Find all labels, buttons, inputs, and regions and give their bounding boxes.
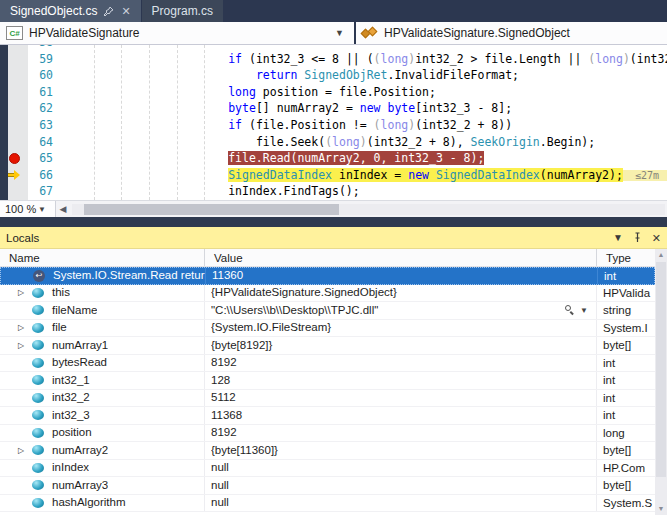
locals-row[interactable]: int32_3 11368 int <box>0 407 655 425</box>
glyph-margin-cell[interactable] <box>0 67 28 84</box>
locals-row[interactable]: ▷ file {System.IO.FileStream} System.I <box>0 320 655 338</box>
locals-row[interactable]: numArray3 null byte[] <box>0 477 655 495</box>
code-text[interactable]: byte[] numArray2 = new byte[int32_3 - 8]… <box>62 100 667 117</box>
locals-value-cell[interactable]: 11360 <box>206 268 598 284</box>
locals-row[interactable]: hashAlgorithm null System.S <box>0 495 655 513</box>
locals-value-cell[interactable]: {byte[8192]} <box>205 337 597 354</box>
locals-name-cell[interactable]: bytesRead <box>0 355 205 372</box>
locals-row[interactable]: ▷ numArray1 {byte[8192]} byte[] <box>0 337 655 355</box>
code-text[interactable]: if (int32_3 <= 8 || ((long)int32_2 > fil… <box>62 51 667 68</box>
locals-value-cell[interactable]: {System.IO.FileStream} <box>205 320 597 337</box>
window-menu-icon[interactable]: ▼ <box>613 233 623 243</box>
visualizer-dropdown-icon[interactable]: ▼ <box>580 302 592 319</box>
locals-row[interactable]: int32_1 128 int <box>0 372 655 390</box>
locals-value-cell[interactable]: null <box>205 495 597 512</box>
locals-row[interactable]: ▷ this {HPValidateSignature.SignedObject… <box>0 285 655 303</box>
code-text[interactable]: if (file.Position != (long)(int32_2 + 8)… <box>62 117 667 134</box>
locals-value-cell[interactable]: 8192 <box>205 425 597 442</box>
scroll-up-arrow-icon[interactable]: ▲ <box>655 249 667 261</box>
locals-value-cell[interactable]: {byte[11360]} <box>205 442 597 459</box>
locals-name-cell[interactable]: ▷ numArray1 <box>0 337 205 354</box>
locals-value-cell[interactable]: 8192 <box>205 355 597 372</box>
code-line[interactable]: 64 file.Seek((long)(int32_2 + 8), SeekOr… <box>0 134 667 151</box>
locals-value-cell[interactable]: null <box>205 477 597 494</box>
locals-name-cell[interactable]: fileName <box>0 302 205 319</box>
locals-name-cell[interactable]: ▷ this <box>0 285 205 302</box>
code-line[interactable]: 61 long position = file.Position; <box>0 84 667 101</box>
code-line[interactable]: 59 if (int32_3 <= 8 || ((long)int32_2 > … <box>0 51 667 68</box>
locals-row[interactable]: ▷ numArray2 {byte[11360]} byte[] <box>0 442 655 460</box>
chevron-down-icon[interactable]: ▼ <box>335 28 348 38</box>
code-text[interactable]: return SignedObjRet.InvalidFileFormat; <box>62 67 667 84</box>
column-header-value[interactable]: Value <box>205 249 597 266</box>
locals-value-cell[interactable]: "C:\\Users\\b\\Desktop\\TPJC.dll" ▼ <box>205 302 597 319</box>
code-line[interactable]: 62 byte[] numArray2 = new byte[int32_3 -… <box>0 100 667 117</box>
glyph-margin-cell[interactable] <box>0 117 28 134</box>
pin-icon[interactable] <box>633 232 642 243</box>
locals-row[interactable]: ↩ System.IO.Stream.Read return 11360 int <box>0 267 655 285</box>
expander-icon[interactable]: ▷ <box>18 442 32 459</box>
locals-value-cell[interactable]: 128 <box>205 372 597 389</box>
glyph-margin-cell[interactable] <box>0 167 28 184</box>
horizontal-scrollbar-thumb[interactable] <box>84 204 339 215</box>
scroll-left-arrow-icon[interactable]: ◀ <box>56 204 70 214</box>
zoom-combo[interactable]: 100 % ▼ <box>0 201 56 217</box>
glyph-margin-cell[interactable] <box>0 183 28 200</box>
code-line[interactable]: 65 file.Read(numArray2, 0, int32_3 - 8); <box>0 150 667 167</box>
expander-icon[interactable]: ▷ <box>18 337 32 354</box>
code-text[interactable]: file.Read(numArray2, 0, int32_3 - 8); <box>62 150 667 167</box>
code-editor[interactable]: 58 59 if (int32_3 <= 8 || ((long)int32_2… <box>0 45 667 200</box>
code-line[interactable]: 67 inIndex.FindTags(); <box>0 183 667 200</box>
locals-name-cell[interactable]: int32_2 <box>0 390 205 407</box>
perftip[interactable]: ≤27m <box>623 170 667 181</box>
glyph-margin-cell[interactable] <box>0 150 28 167</box>
column-header-name[interactable]: Name <box>0 249 205 266</box>
expander-icon[interactable]: ▷ <box>18 320 32 337</box>
locals-name-cell[interactable]: ↩ System.IO.Stream.Read return <box>1 268 206 284</box>
code-text[interactable]: long position = file.Position; <box>62 84 667 101</box>
glyph-margin-cell[interactable] <box>0 84 28 101</box>
close-icon[interactable]: ✕ <box>121 5 130 18</box>
locals-name-cell[interactable]: position <box>0 425 205 442</box>
tab-program-cs[interactable]: Program.cs <box>141 0 223 22</box>
locals-title-bar[interactable]: Locals ▼ ✕ <box>0 227 667 249</box>
locals-row[interactable]: position 8192 long <box>0 425 655 443</box>
locals-row[interactable]: bytesRead 8192 int <box>0 355 655 373</box>
locals-name-cell[interactable]: ▷ file <box>0 320 205 337</box>
locals-row[interactable]: int32_2 5112 int <box>0 390 655 408</box>
breakpoint-icon[interactable] <box>9 153 20 164</box>
glyph-margin-cell[interactable] <box>0 100 28 117</box>
locals-value-cell[interactable]: 5112 <box>205 390 597 407</box>
locals-row[interactable]: fileName "C:\\Users\\b\\Desktop\\TPJC.dl… <box>0 302 655 320</box>
locals-name-cell[interactable]: hashAlgorithm <box>0 495 205 512</box>
horizontal-scrollbar[interactable] <box>72 204 665 215</box>
code-line[interactable]: 60 return SignedObjRet.InvalidFileFormat… <box>0 67 667 84</box>
code-text[interactable]: file.Seek((long)(int32_2 + 8), SeekOrigi… <box>62 134 667 151</box>
expander-icon[interactable]: ▷ <box>18 285 32 302</box>
locals-name-cell[interactable]: numArray3 <box>0 477 205 494</box>
glyph-margin-cell[interactable] <box>0 134 28 151</box>
vertical-scrollbar-thumb[interactable] <box>656 262 666 477</box>
close-icon[interactable]: ✕ <box>652 233 661 243</box>
window-splitter[interactable] <box>0 217 667 227</box>
code-line[interactable]: 66 SignedDataIndex inIndex = new SignedD… <box>0 167 667 184</box>
pin-icon[interactable] <box>104 6 114 16</box>
locals-name-cell[interactable]: int32_1 <box>0 372 205 389</box>
locals-name-cell[interactable]: inIndex <box>0 460 205 477</box>
locals-row[interactable]: inIndex null HP.Com <box>0 460 655 478</box>
magnifier-icon[interactable] <box>565 305 575 315</box>
scroll-down-arrow-icon[interactable]: ▼ <box>655 503 667 515</box>
locals-value-cell[interactable]: 11368 <box>205 407 597 424</box>
locals-value-cell[interactable]: {HPValidateSignature.SignedObject} <box>205 285 597 302</box>
project-dropdown[interactable]: C# HPValidateSignature ▼ <box>0 22 356 44</box>
code-text[interactable]: inIndex.FindTags(); <box>62 183 667 200</box>
glyph-margin-cell[interactable] <box>0 51 28 68</box>
tab-signedobject-cs[interactable]: SignedObject.cs ✕ <box>0 0 141 22</box>
locals-name-cell[interactable]: int32_3 <box>0 407 205 424</box>
type-dropdown[interactable]: HPValidateSignature.SignedObject <box>356 22 667 44</box>
vertical-scrollbar[interactable]: ▲ ▼ <box>655 249 667 515</box>
locals-name-cell[interactable]: ▷ numArray2 <box>0 442 205 459</box>
locals-value-cell[interactable]: null <box>205 460 597 477</box>
code-text[interactable]: SignedDataIndex inIndex = new SignedData… <box>62 167 667 184</box>
code-line[interactable]: 63 if (file.Position != (long)(int32_2 +… <box>0 117 667 134</box>
